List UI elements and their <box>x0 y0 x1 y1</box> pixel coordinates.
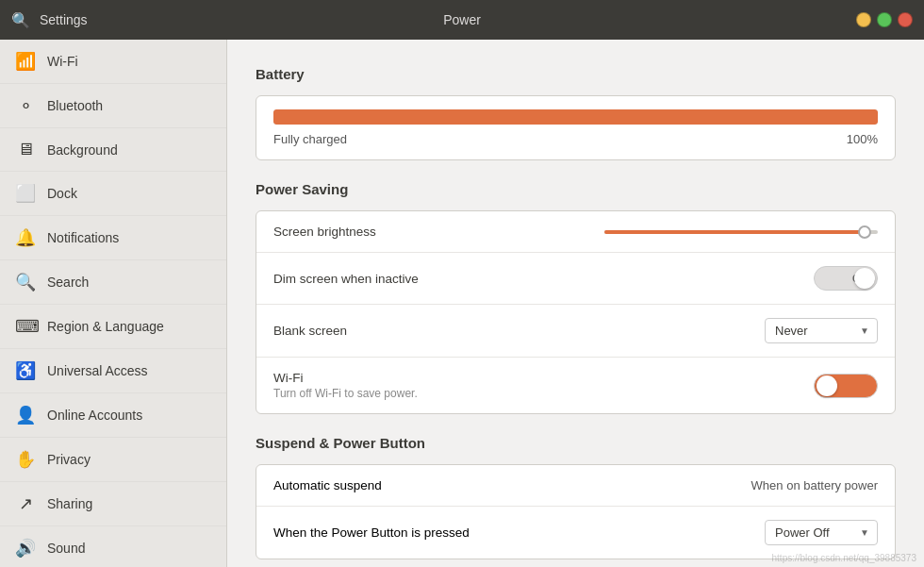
blank-screen-dropdown[interactable]: Never ▼ <box>765 318 878 343</box>
region-icon: ⌨ <box>15 316 36 337</box>
battery-percent-label: 100% <box>847 132 878 146</box>
power-button-dropdown[interactable]: Power Off ▼ <box>765 520 878 545</box>
sidebar-item-wifi[interactable]: 📶 Wi-Fi <box>0 40 226 84</box>
sidebar-item-label: Bluetooth <box>47 98 103 113</box>
brightness-slider-fill <box>604 230 865 234</box>
battery-card: Fully charged 100% <box>256 95 896 160</box>
battery-bar-fill <box>273 109 878 125</box>
auto-suspend-label: Automatic suspend <box>273 478 382 492</box>
sidebar-item-label: Search <box>47 275 89 290</box>
minimize-button[interactable] <box>856 12 871 27</box>
sidebar-item-label: Notifications <box>47 230 119 245</box>
maximize-button[interactable] <box>877 12 892 27</box>
titlebar: 🔍 Settings Power <box>0 0 924 40</box>
sidebar-item-label: Online Accounts <box>47 408 142 423</box>
dim-screen-toggle[interactable]: OFF <box>814 266 878 291</box>
dim-screen-row: Dim screen when inactive OFF <box>256 253 895 305</box>
privacy-icon: ✋ <box>15 449 36 470</box>
power-button-value: Power Off <box>775 525 830 540</box>
universal-access-icon: ♿ <box>15 360 36 381</box>
wifi-toggle[interactable]: ON <box>814 374 878 398</box>
blank-screen-row: Blank screen Never ▼ <box>256 305 895 358</box>
content-area: Battery Fully charged 100% Power Saving … <box>227 40 924 567</box>
page-title: Power <box>443 12 481 27</box>
wifi-row: Wi-Fi Turn off Wi-Fi to save power. ON <box>256 358 895 413</box>
wifi-row-label: Wi-Fi <box>273 371 418 385</box>
battery-bar-bg <box>273 109 878 125</box>
sidebar-item-privacy[interactable]: ✋ Privacy <box>0 438 226 482</box>
main-layout: 📶 Wi-Fi ⚬ Bluetooth 🖥 Background ⬜ Dock … <box>0 40 924 567</box>
dim-screen-label: Dim screen when inactive <box>273 272 814 286</box>
sidebar-item-label: Sound <box>47 541 85 556</box>
window-controls <box>856 12 913 27</box>
sidebar-item-background[interactable]: 🖥 Background <box>0 128 226 172</box>
power-button-row: When the Power Button is pressed Power O… <box>256 507 895 559</box>
online-accounts-icon: 👤 <box>15 405 36 425</box>
sidebar-item-label: Sharing <box>47 496 92 511</box>
sidebar-item-sound[interactable]: 🔊 Sound <box>0 526 226 567</box>
background-icon: 🖥 <box>15 140 36 159</box>
brightness-row: Screen brightness <box>256 211 895 253</box>
sidebar-item-search[interactable]: 🔍 Search <box>0 260 226 305</box>
blank-screen-value: Never <box>775 324 808 338</box>
wifi-toggle-thumb <box>817 375 837 396</box>
dim-screen-toggle-thumb <box>854 268 875 289</box>
brightness-slider-track[interactable] <box>604 230 878 234</box>
search-icon: 🔍 <box>11 11 30 29</box>
sidebar-item-region[interactable]: ⌨ Region & Language <box>0 305 226 349</box>
titlebar-app-name: Settings <box>40 12 88 27</box>
sidebar-item-dock[interactable]: ⬜ Dock <box>0 172 226 216</box>
suspend-card: Automatic suspend When on battery power … <box>256 464 896 559</box>
wifi-row-labels: Wi-Fi Turn off Wi-Fi to save power. <box>273 371 418 400</box>
brightness-slider-thumb[interactable] <box>858 225 871 239</box>
titlebar-left: 🔍 Settings <box>11 11 88 29</box>
sidebar-item-label: Dock <box>47 186 77 201</box>
sidebar-item-label: Universal Access <box>47 363 148 378</box>
battery-bar-container <box>256 96 895 128</box>
wifi-icon: 📶 <box>15 51 36 72</box>
power-button-dropdown-arrow: ▼ <box>860 527 869 538</box>
wifi-row-subtitle: Turn off Wi-Fi to save power. <box>273 387 418 400</box>
battery-section-title: Battery <box>256 66 896 82</box>
sound-icon: 🔊 <box>15 538 36 559</box>
sidebar-item-label: Region & Language <box>47 319 164 334</box>
brightness-label: Screen brightness <box>273 225 604 239</box>
sidebar-item-bluetooth[interactable]: ⚬ Bluetooth <box>0 84 226 128</box>
sidebar-item-label: Wi-Fi <box>47 54 78 69</box>
power-saving-card: Screen brightness Dim screen when inacti… <box>256 210 896 414</box>
watermark: https://blog.csdn.net/qq_39885373 <box>772 553 916 563</box>
search-sidebar-icon: 🔍 <box>15 272 36 292</box>
sidebar-item-universal-access[interactable]: ♿ Universal Access <box>0 349 226 393</box>
auto-suspend-row: Automatic suspend When on battery power <box>256 465 895 507</box>
sidebar-item-notifications[interactable]: 🔔 Notifications <box>0 216 226 260</box>
dock-icon: ⬜ <box>15 183 36 204</box>
power-button-label: When the Power Button is pressed <box>273 525 470 540</box>
blank-screen-dropdown-arrow: ▼ <box>860 325 869 336</box>
notifications-icon: 🔔 <box>15 227 36 248</box>
power-saving-title: Power Saving <box>256 181 896 197</box>
sidebar-item-label: Background <box>47 142 118 158</box>
battery-info: Fully charged 100% <box>256 128 895 159</box>
sidebar-item-sharing[interactable]: ↗ Sharing <box>0 482 226 526</box>
sidebar-item-label: Privacy <box>47 452 91 467</box>
auto-suspend-value: When on battery power <box>751 478 878 492</box>
blank-screen-label: Blank screen <box>273 324 765 338</box>
sharing-icon: ↗ <box>15 493 36 514</box>
bluetooth-icon: ⚬ <box>15 95 36 116</box>
close-button[interactable] <box>898 12 913 27</box>
sidebar: 📶 Wi-Fi ⚬ Bluetooth 🖥 Background ⬜ Dock … <box>0 40 227 567</box>
suspend-section-title: Suspend & Power Button <box>256 435 896 451</box>
battery-status: Fully charged <box>273 132 347 146</box>
sidebar-item-online-accounts[interactable]: 👤 Online Accounts <box>0 393 226 438</box>
